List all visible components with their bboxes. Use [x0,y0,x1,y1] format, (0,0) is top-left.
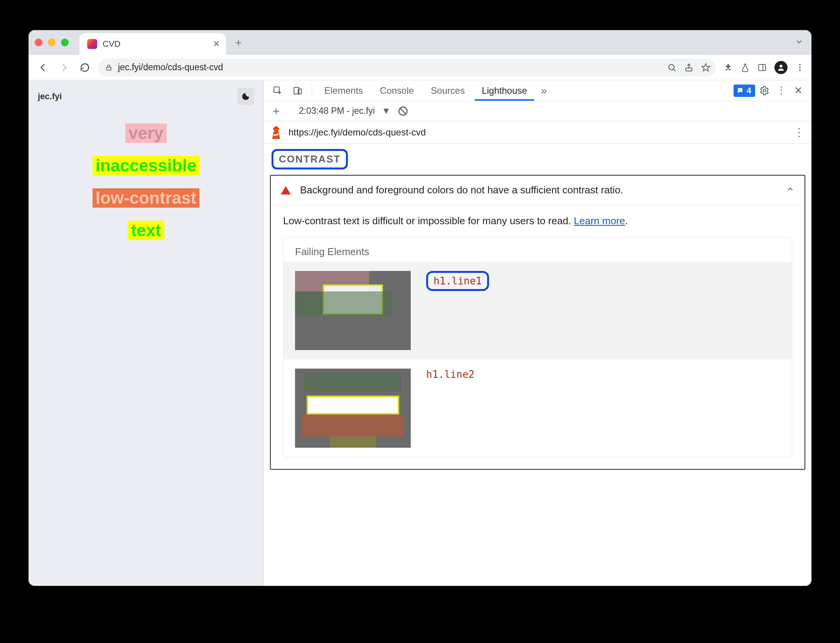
share-icon[interactable] [684,63,693,72]
browser-tab[interactable]: CVD ✕ [79,33,226,55]
extensions-icon[interactable] [724,63,733,72]
site-name: jec.fyi [38,91,62,102]
profile-avatar[interactable] [774,61,788,74]
issues-badge[interactable]: 4 [734,85,755,97]
demo-line-2: inaccessible [93,156,200,175]
reload-button[interactable] [77,60,93,75]
browser-toolbar: jec.fyi/demo/cds-quest-cvd [29,55,811,80]
element-thumbnail [295,271,411,350]
element-selector: h1.line1 [426,271,489,291]
element-thumbnail [295,369,411,448]
omnibox-actions [667,63,710,72]
demo-line-4: text [128,221,164,240]
kebab-menu-icon[interactable] [795,63,805,72]
sidepanel-icon[interactable] [757,63,767,72]
device-toolbar-icon[interactable] [289,80,306,101]
failing-row-1[interactable]: h1.line1 [283,262,792,359]
audit-content: CONTRAST Background and foreground color… [264,144,811,470]
lighthouse-icon [271,126,282,139]
webpage-viewport: jec.fyi very inaccessible low-contrast t… [29,80,264,586]
settings-gear-icon[interactable] [757,86,772,96]
report-url: https://jec.fyi/demo/cds-quest-cvd [288,127,426,138]
devtools-menu-icon[interactable]: ⋮ [774,85,789,96]
new-tab-button[interactable]: ＋ [230,34,247,51]
demo-line-1: very [125,124,167,143]
demo-text-column: very inaccessible low-contrast text [29,124,263,240]
tab-console[interactable]: Console [373,80,421,101]
toolbar-right [724,61,805,74]
failing-row-2[interactable]: h1.line2 [283,359,792,457]
svg-rect-5 [759,64,766,71]
fullscreen-window-button[interactable] [61,39,69,46]
failing-elements-label: Failing Elements [283,237,792,262]
minimize-window-button[interactable] [48,39,56,46]
back-button[interactable] [35,60,51,75]
browser-window: CVD ✕ ＋ jec.fyi/demo/cds-quest-cvd [29,30,811,586]
issues-count: 4 [747,86,751,96]
clear-icon[interactable] [398,106,408,117]
svg-rect-17 [274,130,278,132]
search-icon[interactable] [667,63,676,72]
address-bar[interactable]: jec.fyi/demo/cds-quest-cvd [98,59,716,76]
close-tab-icon[interactable]: ✕ [213,39,220,49]
tab-title: CVD [103,39,207,49]
element-selector: h1.line2 [426,369,474,380]
star-icon[interactable] [701,63,710,72]
tab-elements[interactable]: Elements [317,80,370,101]
audit-title: Background and foreground colors do not … [300,184,623,196]
chevron-up-icon[interactable] [786,184,794,196]
svg-line-2 [673,69,675,71]
svg-point-7 [779,64,782,67]
window-menu-icon[interactable] [794,37,804,48]
window-controls [35,30,69,55]
new-report-button[interactable]: ＋ [269,103,283,119]
tab-favicon [87,39,97,49]
failing-elements: Failing Elements h1.line1 [283,237,792,457]
tab-sources[interactable]: Sources [424,80,472,101]
theme-toggle-button[interactable] [237,88,254,105]
svg-point-8 [799,64,801,66]
warning-triangle-icon [281,186,291,195]
svg-marker-4 [702,64,710,71]
tab-lighthouse[interactable]: Lighthouse [475,80,534,101]
forward-button[interactable] [56,60,72,75]
close-window-button[interactable] [35,39,42,46]
svg-point-9 [799,67,801,68]
tabs-overflow-icon[interactable]: » [537,80,551,101]
devtools-close-icon[interactable]: ✕ [791,85,806,96]
labs-icon[interactable] [740,63,750,72]
lock-icon [105,64,113,71]
lighthouse-toolbar: ＋ 2:03:48 PM - jec.fyi ▼ [264,101,811,121]
svg-point-10 [799,69,801,71]
tab-strip: CVD ✕ ＋ [29,30,811,55]
svg-point-14 [763,89,766,92]
learn-more-link[interactable]: Learn more [574,215,625,227]
devtools-panel: Elements Console Sources Lighthouse » 4 … [264,80,811,586]
report-url-bar: https://jec.fyi/demo/cds-quest-cvd ⋮ [264,121,811,144]
svg-point-1 [669,64,674,70]
report-selector-label[interactable]: 2:03:48 PM - jec.fyi [299,106,375,116]
devtools-tabbar: Elements Console Sources Lighthouse » 4 … [264,80,811,101]
section-contrast-label: CONTRAST [272,149,348,169]
svg-line-16 [400,108,406,114]
inspect-element-icon[interactable] [269,80,286,101]
demo-line-3: low-contrast [93,188,200,208]
audit-card-header[interactable]: Background and foreground colors do not … [271,176,805,205]
report-selector-caret-icon[interactable]: ▼ [382,106,391,116]
report-menu-icon[interactable]: ⋮ [794,126,805,139]
audit-card-body: Low-contrast text is difficult or imposs… [271,205,805,469]
svg-rect-0 [106,67,111,70]
audit-description: Low-contrast text is difficult or imposs… [283,215,574,227]
url-text: jec.fyi/demo/cds-quest-cvd [118,62,662,73]
audit-card: Background and foreground colors do not … [270,175,805,470]
